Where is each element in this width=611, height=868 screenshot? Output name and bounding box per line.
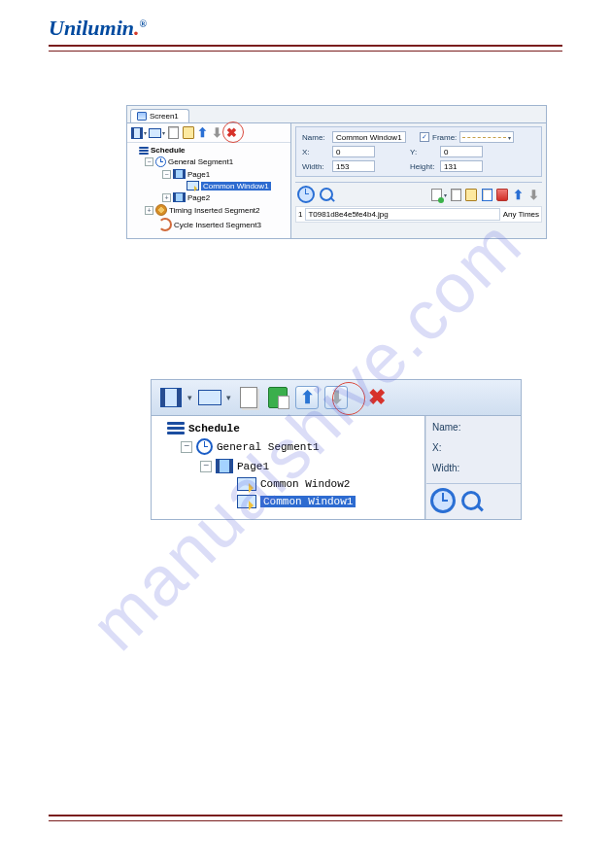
new-segment-button[interactable]	[130, 126, 143, 139]
y-label: Y:	[410, 148, 437, 156]
tab-bar: Screen1	[127, 106, 546, 123]
clock-icon	[196, 438, 213, 455]
height-label: Height:	[410, 162, 437, 171]
search-button[interactable]	[320, 188, 333, 201]
tree-node-page1[interactable]: − Page1	[131, 168, 290, 180]
search-button[interactable]	[461, 491, 481, 510]
tree-node-page2[interactable]: + Page2	[131, 191, 290, 203]
x-input[interactable]	[332, 146, 375, 157]
dropdown-caret-icon[interactable]: ▾	[144, 129, 147, 136]
delete-button[interactable]: ✖	[225, 126, 238, 139]
tree-node-common-window2[interactable]: Common Window2	[157, 475, 424, 493]
props-button[interactable]	[480, 188, 493, 201]
tree-panel: Schedule − General Segment1 − Page1	[152, 416, 425, 519]
tree-node-common-window1[interactable]: Common Window1	[157, 493, 424, 510]
file-times: Any Times	[503, 210, 539, 219]
copy-button[interactable]	[167, 126, 180, 139]
file-row[interactable]: 1 Any Times	[295, 206, 542, 223]
paste-button[interactable]	[266, 387, 289, 408]
tree-label: Schedule	[151, 146, 186, 155]
page-icon	[216, 459, 233, 473]
move-up-file-button[interactable]: ⬆	[511, 188, 525, 201]
delete-button[interactable]: ✖	[365, 387, 389, 408]
name-label: Name:	[432, 422, 515, 433]
schedule-tree[interactable]: Schedule − General Segment1 − Page1	[127, 143, 290, 238]
move-up-button[interactable]: ⬆	[196, 126, 209, 139]
header-rule	[49, 45, 562, 52]
tree-label-selected: Common Window1	[260, 496, 356, 507]
tree-node-general-segment[interactable]: − General Segment1	[157, 436, 424, 457]
copy-button[interactable]	[237, 387, 260, 408]
tree-node-timing-segment[interactable]: + Timing Inserted Segment2	[131, 203, 290, 217]
dropdown-caret-icon[interactable]: ▾	[187, 393, 192, 402]
collapse-icon[interactable]: −	[162, 170, 171, 179]
page-icon	[173, 169, 186, 179]
properties-panel: Name: ✓ Frame: ▾ X: Y: Width:	[291, 123, 546, 238]
tree-node-schedule[interactable]: Schedule	[131, 145, 290, 156]
tree-toolbar-large: ▾ ▾ ⬆ ⬇ ✖	[152, 380, 521, 416]
paste-file-button[interactable]	[464, 188, 478, 201]
y-input[interactable]	[440, 146, 483, 157]
tree-label: Schedule	[188, 423, 240, 434]
frame-checkbox[interactable]: ✓	[420, 132, 429, 142]
new-window-button[interactable]	[149, 126, 161, 139]
page-header: Unilumin.®	[0, 0, 611, 45]
screen-icon	[137, 112, 147, 121]
cycle-icon	[158, 218, 172, 231]
collapse-icon[interactable]: −	[200, 461, 212, 472]
tree-node-cycle-segment[interactable]: Cycle Inserted Segment3	[131, 217, 290, 232]
tree-label-selected: Common Window1	[201, 182, 271, 191]
collapse-icon[interactable]: −	[145, 157, 153, 166]
footer-rule	[49, 815, 562, 821]
add-file-button[interactable]	[429, 188, 443, 201]
screenshot-1: Screen1 ▾ ▾ ⬆ ⬇ ✖ Schedule	[126, 105, 547, 239]
window-icon	[237, 495, 256, 508]
tab-screen1[interactable]: Screen1	[130, 109, 189, 122]
tree-label: Page1	[187, 170, 210, 179]
move-down-button[interactable]: ⬇	[324, 386, 348, 409]
clock-icon	[155, 156, 166, 167]
dropdown-caret-icon[interactable]: ▾	[162, 129, 165, 136]
move-down-file-button[interactable]: ⬇	[526, 188, 540, 201]
clock-button[interactable]	[430, 488, 456, 513]
clock-button[interactable]	[297, 186, 315, 203]
file-name-input[interactable]	[305, 208, 499, 221]
frame-label: Frame:	[432, 133, 457, 142]
name-input[interactable]	[332, 131, 406, 143]
copy-file-button[interactable]	[449, 188, 462, 201]
new-window-button[interactable]	[198, 387, 221, 408]
collapse-icon[interactable]: −	[181, 441, 192, 453]
window-icon	[237, 477, 256, 491]
tree-label: Timing Inserted Segment2	[169, 206, 260, 215]
width-input[interactable]	[332, 160, 375, 172]
properties-panel: Name: X: Width:	[425, 416, 521, 519]
expand-icon[interactable]: +	[162, 193, 171, 202]
dropdown-caret-icon[interactable]: ▾	[444, 191, 447, 198]
tree-node-general-segment[interactable]: − General Segment1	[131, 156, 290, 168]
screenshot-2: ▾ ▾ ⬆ ⬇ ✖ Schedule − General Segment1	[151, 379, 522, 520]
tree-toolbar: ▾ ▾ ⬆ ⬇ ✖	[127, 123, 290, 143]
gear-icon	[155, 204, 167, 216]
dropdown-caret-icon[interactable]: ▾	[226, 393, 231, 402]
page-icon	[173, 192, 186, 202]
tree-label: General Segment1	[168, 157, 233, 166]
height-input[interactable]	[440, 160, 483, 172]
new-segment-button[interactable]	[159, 387, 183, 408]
tab-label: Screen1	[150, 112, 179, 121]
expand-icon[interactable]: +	[145, 206, 153, 215]
x-label: X:	[432, 442, 515, 453]
tree-label: Cycle Inserted Segment3	[174, 221, 261, 229]
tree-label: General Segment1	[217, 441, 320, 453]
delete-file-button[interactable]	[495, 188, 509, 201]
frame-combo[interactable]: ▾	[459, 131, 514, 143]
tree-node-schedule[interactable]: Schedule	[157, 420, 424, 436]
schedule-icon	[167, 422, 185, 434]
paste-button[interactable]	[182, 126, 194, 139]
move-up-button[interactable]: ⬆	[295, 386, 319, 409]
tree-node-page1[interactable]: − Page1	[157, 457, 424, 475]
x-label: X:	[302, 148, 329, 156]
move-down-button[interactable]: ⬇	[211, 126, 223, 139]
tree-node-common-window1[interactable]: Common Window1	[131, 180, 290, 191]
tree-label: Common Window2	[260, 478, 350, 490]
tree-label: Page2	[187, 193, 210, 202]
